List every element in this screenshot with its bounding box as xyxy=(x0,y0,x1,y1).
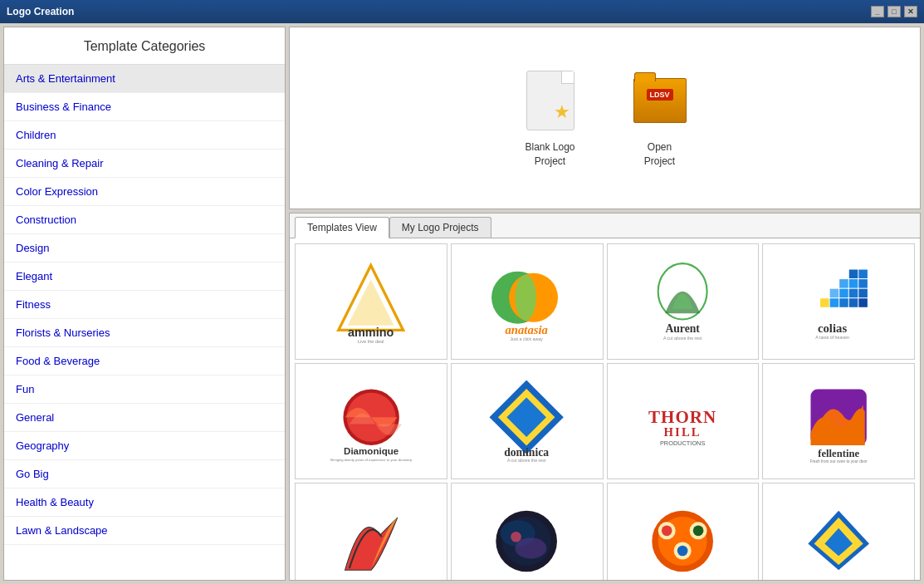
svg-text:THORN: THORN xyxy=(648,407,716,427)
svg-point-53 xyxy=(662,526,672,537)
tab-my-logo-projects[interactable]: My Logo Projects xyxy=(389,217,491,238)
logo-dominica: dominica A cut above the rest xyxy=(457,380,598,464)
svg-rect-25 xyxy=(820,298,829,307)
svg-point-47 xyxy=(511,532,522,542)
template-card-anatasia[interactable]: anatasia Just a click away xyxy=(451,243,604,360)
category-item-fun[interactable]: Fun xyxy=(4,375,285,404)
svg-text:A taste of heaven: A taste of heaven xyxy=(815,335,849,340)
category-item-lawn[interactable]: Lawn & Landscape xyxy=(4,517,285,545)
open-project[interactable]: LDSV Open Project xyxy=(630,67,690,169)
logo10-image xyxy=(457,500,598,580)
logo-thornhill: THORN HILL PRODUCTIONS xyxy=(613,380,754,464)
template-card-thornhill[interactable]: THORN HILL PRODUCTIONS xyxy=(607,363,760,479)
svg-text:A cut above the rest: A cut above the rest xyxy=(663,336,702,341)
logo-fellentine: fellentine Fresh from our oven to your d… xyxy=(768,380,909,464)
svg-point-54 xyxy=(693,526,704,537)
svg-marker-1 xyxy=(348,279,394,326)
svg-point-55 xyxy=(677,546,688,557)
blank-logo-icon: ★ xyxy=(521,67,580,134)
svg-text:anatasia: anatasia xyxy=(506,323,549,336)
template-card-ammino[interactable]: ammino Live the deal xyxy=(295,243,447,360)
category-item-fitness[interactable]: Fitness xyxy=(4,291,285,319)
category-item-children[interactable]: Children xyxy=(4,121,285,150)
svg-rect-19 xyxy=(839,289,848,298)
right-panel: ★ Blank Logo Project LDSV Open Project xyxy=(289,27,921,581)
svg-text:Fresh from our oven to your do: Fresh from our oven to your door xyxy=(810,459,868,464)
svg-text:A cut above the rest: A cut above the rest xyxy=(507,458,546,463)
category-item-florists[interactable]: Florists & Nurseries xyxy=(4,319,285,347)
template-card-logo12[interactable] xyxy=(762,483,915,580)
logo11-image xyxy=(613,500,754,580)
main-container: Template Categories Arts & Entertainment… xyxy=(0,23,924,584)
template-card-logo9[interactable] xyxy=(295,483,447,580)
app-title: Logo Creation xyxy=(7,6,74,17)
svg-rect-20 xyxy=(830,289,839,298)
close-button[interactable]: ✕ xyxy=(904,6,917,17)
category-item-elegant[interactable]: Elegant xyxy=(4,263,285,291)
category-item-food[interactable]: Food & Beverage xyxy=(4,347,285,375)
ldsv-label: LDSV xyxy=(646,89,672,101)
category-item-color[interactable]: Color Expression xyxy=(4,178,285,206)
template-card-fellentine[interactable]: fellentine Fresh from our oven to your d… xyxy=(762,363,915,479)
svg-rect-22 xyxy=(849,298,858,307)
svg-text:PRODUCTIONS: PRODUCTIONS xyxy=(660,439,705,447)
svg-rect-17 xyxy=(858,289,868,298)
category-item-gobig[interactable]: Go Big xyxy=(4,460,285,488)
svg-rect-21 xyxy=(858,298,868,307)
svg-point-6 xyxy=(516,275,536,321)
category-item-geography[interactable]: Geography xyxy=(4,432,285,460)
svg-rect-16 xyxy=(839,279,848,288)
logo-colias: colias A taste of heaven xyxy=(768,261,909,344)
template-card-diamonique[interactable]: Diamonique Bringing twenty years of expe… xyxy=(295,363,447,479)
template-card-aurent[interactable]: Aurent A cut above the rest xyxy=(607,243,760,360)
logo-aurent: Aurent A cut above the rest xyxy=(613,261,754,344)
category-item-health[interactable]: Health & Beauty xyxy=(4,488,285,517)
open-project-icon: LDSV xyxy=(630,67,690,134)
category-list: Arts & EntertainmentBusiness & FinanceCh… xyxy=(4,65,285,580)
svg-text:Diamonique: Diamonique xyxy=(344,446,399,456)
svg-rect-12 xyxy=(849,270,858,279)
templates-grid: ammino Live the deal anatasia xyxy=(295,243,915,580)
category-item-cleaning[interactable]: Cleaning & Repair xyxy=(4,150,285,178)
svg-text:Bringing twenty years of exper: Bringing twenty years of experience to y… xyxy=(330,458,412,462)
blank-logo-label: Blank Logo Project xyxy=(525,140,574,169)
template-card-colias[interactable]: colias A taste of heaven xyxy=(762,243,915,360)
categories-title: Template Categories xyxy=(4,27,285,65)
tabs-area: Templates View My Logo Projects ammino L… xyxy=(289,213,921,581)
category-list-wrapper: Arts & EntertainmentBusiness & FinanceCh… xyxy=(4,65,285,580)
blank-logo-project[interactable]: ★ Blank Logo Project xyxy=(521,67,580,169)
category-item-construction[interactable]: Construction xyxy=(4,206,285,234)
svg-rect-24 xyxy=(830,298,839,307)
category-item-business[interactable]: Business & Finance xyxy=(4,93,285,121)
top-section: ★ Blank Logo Project LDSV Open Project xyxy=(289,27,921,209)
logo-diamonique: Diamonique Bringing twenty years of expe… xyxy=(301,380,442,464)
template-card-logo10[interactable] xyxy=(451,483,604,580)
svg-text:Aurent: Aurent xyxy=(666,322,701,335)
svg-rect-23 xyxy=(839,298,848,307)
templates-grid-wrapper[interactable]: ammino Live the deal anatasia xyxy=(290,238,920,580)
open-project-label: Open Project xyxy=(644,140,675,169)
svg-point-46 xyxy=(516,537,547,558)
minimize-button[interactable]: _ xyxy=(871,6,884,17)
left-panel: Template Categories Arts & Entertainment… xyxy=(3,27,286,581)
star-icon: ★ xyxy=(554,101,570,123)
template-card-logo11[interactable] xyxy=(607,483,760,580)
template-card-dominica[interactable]: dominica A cut above the rest xyxy=(451,363,604,479)
svg-rect-13 xyxy=(858,270,868,279)
maximize-button[interactable]: □ xyxy=(887,6,901,17)
svg-text:colias: colias xyxy=(818,321,847,335)
tab-templates-view[interactable]: Templates View xyxy=(295,217,389,238)
category-item-design[interactable]: Design xyxy=(4,234,285,263)
svg-text:Just a click away: Just a click away xyxy=(511,336,544,341)
logo9-image xyxy=(301,500,442,580)
svg-text:ammino: ammino xyxy=(348,326,394,339)
title-bar: Logo Creation _ □ ✕ xyxy=(0,0,924,23)
svg-rect-18 xyxy=(849,289,858,298)
svg-rect-14 xyxy=(858,279,868,288)
svg-rect-15 xyxy=(849,279,858,288)
category-item-arts[interactable]: Arts & Entertainment xyxy=(4,65,285,93)
logo-ammino: ammino Live the deal xyxy=(301,261,442,344)
logo12-image xyxy=(768,500,909,580)
tab-bar: Templates View My Logo Projects xyxy=(290,213,920,238)
category-item-general[interactable]: General xyxy=(4,404,285,432)
